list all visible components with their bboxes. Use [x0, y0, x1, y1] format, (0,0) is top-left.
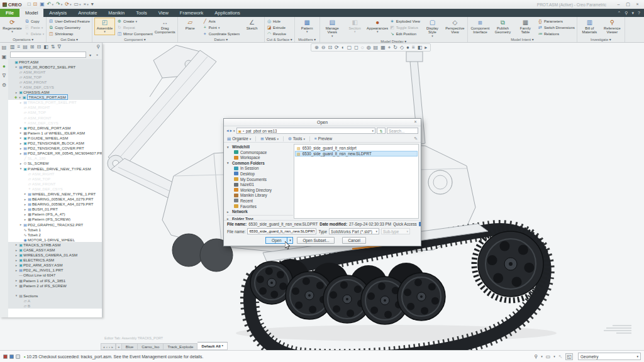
message-log-icon[interactable] — [16, 354, 20, 359]
rules-icon[interactable]: ∇ — [57, 44, 60, 50]
tree-item-tracks-port-asm[interactable]: ✚▾▣TRACKS_PORT.ASM — [8, 95, 102, 100]
relations-button[interactable]: ≔Relations — [538, 31, 575, 36]
appearance-gallery-icon[interactable]: ● — [406, 44, 409, 51]
filter-dropdown-icon[interactable]: ▾ — [87, 53, 93, 57]
3d-box-select-icon[interactable]: ◱ — [565, 353, 573, 360]
tree-item-electrics-asm[interactable]: ▸▣ELECTRICS.ASM — [8, 258, 102, 263]
close-button[interactable]: × — [633, 1, 641, 8]
hidden-line-icon[interactable]: ◌ — [361, 44, 364, 51]
tree-list-icon[interactable]: ≡ — [18, 44, 21, 50]
edit-position-button[interactable]: ↘Edit Position — [390, 31, 420, 36]
spin-center-icon[interactable]: ⌖ — [388, 44, 391, 51]
tab-view[interactable]: View — [153, 9, 174, 17]
tree-item-offcut-line-id-6047[interactable]: —Offcut Line id 6047 — [8, 273, 102, 278]
delete-button[interactable]: ×Delete▾ — [25, 31, 44, 36]
tree-item-bearing-0059ex-a64-0279-prt[interactable]: ▸▤BEARING_0059EX_A64_0279.PRT — [8, 197, 102, 202]
tree-item-pattern-1-of-ifs-a-3851[interactable]: ▸▦Pattern 1 of IFS_A_3851 — [8, 278, 102, 283]
tree-item-pd2-spacer-xr-00545-mc9094607-prt[interactable]: ▸▤PD2_SPACER_XR_00545_MC9094607.PRT — [8, 151, 102, 156]
sync-tree-icon[interactable]: ⇅ — [51, 44, 55, 50]
ui-options-icon[interactable]: ▾ — [632, 11, 635, 16]
tree-item-pd2-tensioner-cover-prt[interactable]: ▸▤PD2_TENSIONER_COVER.PRT — [8, 146, 102, 151]
redo-icon[interactable]: ↷▾ — [56, 2, 62, 7]
status-message[interactable]: • 10:25 Checkout succeeded: tracks_port.… — [24, 354, 203, 359]
refit-icon[interactable]: ⊡ — [328, 44, 332, 51]
create-component-button[interactable]: ⊕Create▾ — [117, 18, 153, 24]
tree-item-prot-asm[interactable]: ▣PROT.ASM — [8, 59, 102, 64]
no-hidden-icon[interactable]: ◻ — [354, 44, 358, 51]
appearances-button[interactable]: ●Appearances▾ — [367, 18, 388, 35]
show-navigator-icon[interactable]: ● — [3, 63, 6, 69]
more-icon[interactable]: ▸ — [425, 44, 427, 51]
open-subset-button[interactable]: Open Subset... — [297, 237, 335, 244]
sketch-button[interactable]: ∠Sketch — [242, 18, 262, 31]
tree-item-asm-def-csys[interactable]: ⌖ASM_DEF_CSYS — [8, 186, 102, 191]
view-tab-nav-icon-3[interactable]: » — [111, 345, 113, 349]
tree-item-pd2-arm-assy-asm[interactable]: ▸▣PD2_ARM_ASSY.ASM — [8, 263, 102, 268]
folder-browser-tab-icon[interactable]: ▣ — [2, 54, 7, 60]
windchill-server-icon[interactable] — [9, 354, 14, 359]
tree-item-pattern-1-of-wheel-idler-asm[interactable]: ▸▦Pattern 1 of WHEEL_IDLER.ASM — [8, 130, 102, 135]
revolve-button[interactable]: ◠Revolve — [267, 31, 286, 36]
search-input[interactable]: Search... — [387, 128, 418, 134]
wireframe-icon[interactable]: ◍ — [367, 44, 371, 51]
tree-item-b[interactable]: ▱B — [8, 304, 102, 309]
ribbon-group-label[interactable]: Investigate ▾ — [579, 37, 623, 42]
tab-framework[interactable]: Framework — [174, 9, 209, 17]
open-dialog-titlebar[interactable]: Open × — [224, 119, 421, 126]
tree-item-sl-screw[interactable]: ▸⊙SL_SCREW — [8, 161, 102, 166]
tree-item-asm-top[interactable]: ▱ASM_TOP — [8, 176, 102, 181]
saved-orientations-icon[interactable]: ▤ — [374, 44, 379, 51]
view-tab-track-explode[interactable]: Track_Explode — [164, 343, 197, 350]
nav-network[interactable]: ▸Network — [227, 209, 293, 214]
nav-my-documents[interactable]: My Documents — [227, 177, 293, 182]
ribbon-group-label[interactable]: Modifiers ▾ — [297, 37, 318, 42]
regenerate-button[interactable]: ⟳Regenerate▾ — [2, 18, 23, 35]
publish-geometry-button[interactable]: ⧉Publish Geometry — [492, 18, 513, 36]
address-dropdown-icon[interactable]: ▾ — [372, 129, 374, 133]
tab-file[interactable]: File — [0, 9, 19, 17]
section-view-icon[interactable]: ◧ — [418, 44, 423, 51]
nav-manikin-library[interactable]: Manikin Library — [227, 193, 293, 197]
ribbon-group-label[interactable]: Get Data ▾ — [48, 37, 90, 42]
view-tab-nav-icon-2[interactable]: › — [109, 345, 110, 349]
tree-style-icon[interactable]: ▤ — [23, 44, 28, 50]
expand-all-icon[interactable]: ⊞ — [30, 44, 35, 50]
view-tab-default-all[interactable]: Default All * — [197, 342, 228, 350]
help-icon[interactable]: ? — [638, 11, 640, 15]
family-table-button[interactable]: ▦Family Table — [515, 18, 536, 36]
tree-settings-gear-icon[interactable]: ⚙ — [2, 82, 6, 88]
hole-button[interactable]: ◎Hole — [267, 18, 286, 24]
copy-button[interactable]: ⧉Copy — [25, 18, 44, 24]
ribbon-group-label[interactable]: Model Intent ▾ — [470, 37, 575, 42]
perspective-icon[interactable]: ◇ — [400, 44, 404, 51]
tree-item-asm-right[interactable]: ▱ASM_RIGHT — [8, 105, 102, 110]
ribbon-group-label[interactable]: Operations ▾ — [2, 37, 44, 42]
display-style-icon[interactable]: ▢ — [347, 44, 352, 51]
organize-menu[interactable]: ▤Organize▾ — [227, 136, 251, 141]
tree-item-asm-right[interactable]: ▱ASM_RIGHT — [8, 171, 102, 176]
views-menu[interactable]: ⊞Views▾ — [260, 136, 279, 141]
ribbon-group-label[interactable]: Datum ▾ — [180, 37, 262, 42]
tree-item-spacer[interactable] — [8, 288, 102, 293]
view-manager-icon[interactable]: ▦ — [380, 44, 386, 51]
tree-item-pd2-al-inv01-1-prt[interactable]: ▸▤PD2_AL_INV01_1.PRT — [8, 268, 102, 273]
zoom-in-icon[interactable]: ⊕ — [314, 44, 319, 51]
view-tab-camo-iso[interactable]: Camo_Iso — [138, 343, 164, 350]
tree-item-pd2-graphic-tracks2-prt[interactable]: ▸▤PD2_GRAPHIC_TRACKS2.PRT — [8, 222, 102, 227]
nav-computer[interactable]: hazel01 — [227, 182, 293, 187]
plane-button[interactable]: ▱Plane — [180, 18, 201, 31]
mirror-component-button[interactable]: ◫Mirror Component — [117, 31, 153, 36]
extrude-button[interactable]: ◪Extrude — [267, 25, 286, 30]
parameters-button[interactable]: {}Parameters — [538, 18, 575, 24]
close-window-icon[interactable]: ×▾ — [84, 2, 89, 7]
user-defined-feature-button[interactable]: ⊟User-Defined Feature — [48, 18, 90, 24]
event-manager-icon[interactable] — [3, 354, 8, 359]
nav-workspace[interactable]: Workspace — [227, 155, 293, 160]
command-search-icon[interactable]: ⚲ — [625, 11, 628, 16]
minimize-button[interactable]: – — [614, 1, 623, 8]
tab-tools[interactable]: Tools — [130, 9, 153, 17]
bill-of-materials-button[interactable]: ▥Bill of Materials — [579, 18, 600, 36]
regenerate-qat-icon[interactable]: ⟳▾ — [65, 2, 71, 7]
forward-icon[interactable]: ▸ — [230, 128, 233, 133]
customize-qat-icon[interactable]: ▾ — [91, 2, 94, 7]
